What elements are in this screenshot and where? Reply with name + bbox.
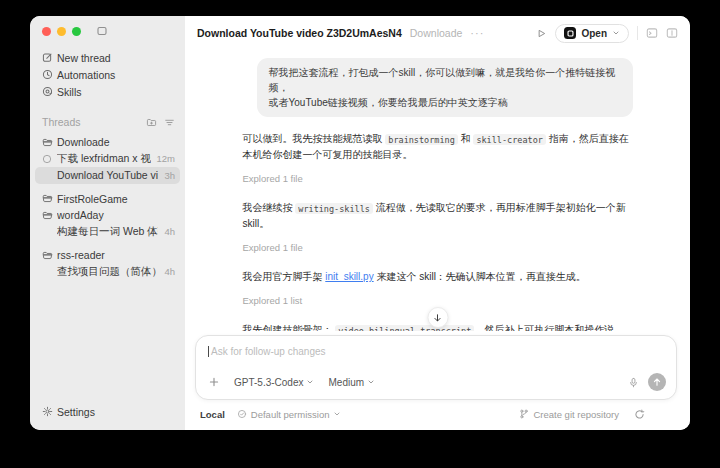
thread-label: Download YouTube video Z3... — [57, 169, 158, 181]
assistant-message: 我会继续按 writing-skills 流程做，先读取它的要求，再用标准脚手架… — [243, 200, 633, 231]
folder-icon — [42, 193, 57, 204]
file-link[interactable]: init_skill.py — [325, 271, 373, 282]
threads-section-header: Threads — [30, 114, 185, 130]
sidebar-item-skills[interactable]: Skills — [30, 83, 185, 100]
sidebar-collapse-icon[interactable] — [97, 26, 107, 36]
text-caret — [208, 346, 209, 357]
thread-item-firstrolegame[interactable]: FirstRoleGame — [35, 191, 180, 208]
create-git-repo-label: Create git repository — [533, 409, 619, 420]
thread-project: Downloade — [410, 27, 463, 39]
new-folder-icon[interactable] — [146, 117, 157, 128]
progress-circle-icon — [42, 154, 57, 164]
thread-item-wordaday[interactable]: wordAday — [35, 207, 180, 224]
chevron-down-icon — [612, 29, 620, 37]
thread-label: 构建每日一词 Web 体验}") ???... — [57, 225, 158, 239]
attach-plus-icon[interactable] — [208, 376, 220, 388]
create-git-repo-button[interactable]: Create git repository — [519, 409, 619, 420]
user-message-line: 帮我把这套流程，打包成一个skill，你可以做到嘛，就是我给你一个推特链接视频， — [269, 65, 621, 95]
thread-label: 查找项目问题（简体）】</cod... — [57, 265, 158, 279]
inline-code: brainstorming — [385, 134, 458, 145]
thread-label: 下载 lexfridman x 视频 — [57, 152, 151, 166]
assistant-message: 我会用官方脚手架 init_skill.py 来建这个 skill：先确认脚本位… — [243, 269, 633, 284]
header-divider — [637, 26, 638, 40]
effort-selector[interactable]: Medium — [328, 377, 375, 388]
thread-time: 3h — [164, 170, 175, 181]
compose-icon — [42, 52, 57, 63]
effort-label: Medium — [328, 377, 364, 388]
gear-icon — [42, 406, 57, 417]
skills-icon — [42, 86, 57, 97]
sidebar-item-new-thread[interactable]: New thread — [30, 49, 185, 66]
thread-label: rss-reader — [57, 249, 169, 261]
explored-status: Explored 1 file — [243, 240, 633, 255]
chevron-down-icon — [367, 378, 375, 386]
permission-icon — [237, 409, 247, 419]
assistant-message: 可以做到。我先按技能规范读取 brainstorming 和 skill-cre… — [243, 131, 633, 162]
mic-icon[interactable] — [628, 377, 639, 388]
more-menu-icon[interactable]: ··· — [470, 27, 484, 39]
send-button[interactable] — [648, 373, 666, 391]
composer: Ask for follow-up changes GPT-5.3-Codex … — [195, 335, 677, 400]
settings-label: Settings — [57, 406, 95, 418]
permission-selector[interactable]: Default permission — [237, 409, 342, 420]
model-label: GPT-5.3-Codex — [234, 377, 303, 388]
explored-status: Explored 1 file — [243, 171, 633, 186]
thread-item-downloade[interactable]: Downloade — [35, 134, 180, 151]
window-controls — [30, 25, 185, 37]
thread-label: Downloade — [57, 136, 169, 148]
permission-label: Default permission — [251, 409, 330, 420]
input-placeholder: Ask for follow-up changes — [211, 346, 326, 357]
minimize-window-button[interactable] — [57, 27, 66, 36]
inline-code: video-bilingual-transcript — [335, 325, 474, 332]
run-icon[interactable] — [536, 28, 547, 39]
inline-code: writing-skills — [295, 203, 373, 214]
close-window-button[interactable] — [42, 27, 51, 36]
thread-time: 12m — [157, 153, 175, 164]
thread-label: FirstRoleGame — [57, 193, 169, 205]
thread-label: wordAday — [57, 209, 169, 221]
thread-time: 4h — [164, 266, 175, 277]
zoom-window-button[interactable] — [72, 27, 81, 36]
folder-icon — [42, 250, 57, 261]
thread-item-word-web[interactable]: 构建每日一词 Web 体验}") ???... 4h — [35, 224, 180, 241]
refresh-icon[interactable] — [634, 409, 645, 420]
app-window: New thread Automations Skills Threads — [30, 16, 690, 430]
inline-code: skill-creator — [473, 134, 546, 145]
conversation-area[interactable]: 帮我把这套流程，打包成一个skill，你可以做到嘛，就是我给你一个推特链接视频，… — [185, 50, 690, 331]
thread-title: Download YouTube video Z3D2UmAesN4 — [197, 27, 402, 39]
chevron-down-icon — [333, 410, 341, 418]
terminal-icon[interactable] — [646, 27, 658, 39]
thread-header: Download YouTube video Z3D2UmAesN4 Downl… — [185, 16, 690, 50]
scroll-to-bottom-button[interactable] — [427, 307, 448, 328]
clock-icon — [42, 69, 57, 80]
sidebar-item-automations[interactable]: Automations — [30, 66, 185, 83]
panel-toggle-icon[interactable] — [666, 27, 678, 39]
open-button[interactable]: Open — [555, 24, 629, 43]
user-message: 帮我把这套流程，打包成一个skill，你可以做到嘛，就是我给你一个推特链接视频，… — [257, 58, 633, 117]
thread-item-rss-reader[interactable]: rss-reader — [35, 247, 180, 264]
folder-icon — [42, 210, 57, 221]
thread-item-find-issues[interactable]: 查找项目问题（简体）】</cod... 4h — [35, 264, 180, 281]
message-input[interactable]: Ask for follow-up changes — [208, 345, 666, 358]
open-button-label: Open — [581, 28, 607, 39]
folder-icon — [42, 137, 57, 148]
main-panel: Download YouTube video Z3D2UmAesN4 Downl… — [185, 16, 690, 430]
status-bar: Local Default permission Create git repo… — [197, 405, 645, 423]
sidebar-item-label: Skills — [57, 86, 82, 98]
sidebar: New thread Automations Skills Threads — [30, 16, 185, 430]
sidebar-item-label: Automations — [57, 69, 115, 81]
sidebar-item-label: New thread — [57, 52, 111, 64]
thread-item-download-youtube-video[interactable]: Download YouTube video Z3... 3h — [35, 167, 180, 184]
local-badge: Local — [200, 409, 225, 420]
model-selector[interactable]: GPT-5.3-Codex — [234, 377, 314, 388]
thread-item-lexfridman[interactable]: 下载 lexfridman x 视频 12m — [35, 151, 180, 168]
filter-icon[interactable] — [164, 117, 175, 128]
explored-status: Explored 1 list — [243, 293, 633, 308]
user-message-line: 或者YouTube链接视频，你要给我最后的中英文逐字稿 — [269, 95, 621, 110]
sidebar-item-settings[interactable]: Settings — [30, 403, 185, 420]
app-logo-icon — [564, 27, 576, 39]
git-branch-icon — [519, 409, 529, 419]
thread-time: 4h — [164, 226, 175, 237]
threads-header-label: Threads — [42, 116, 139, 128]
chevron-down-icon — [306, 378, 314, 386]
